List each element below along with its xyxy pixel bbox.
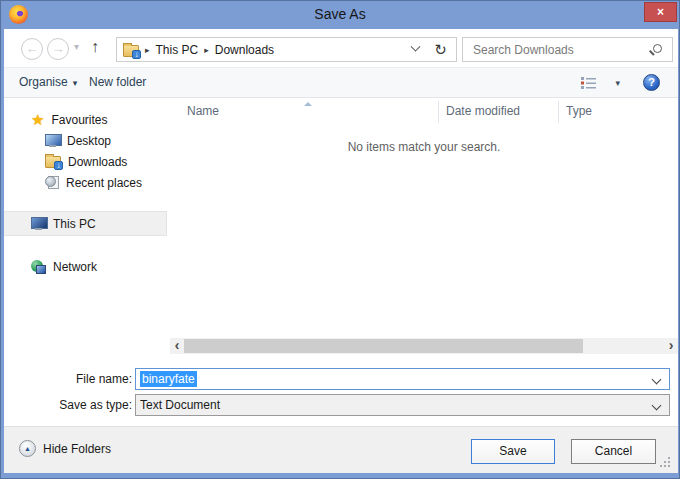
column-header-date-modified[interactable]: Date modified — [446, 104, 520, 118]
breadcrumb-item-downloads[interactable]: Downloads — [215, 43, 274, 57]
sidebar-label: Downloads — [68, 155, 127, 169]
column-divider[interactable] — [438, 101, 439, 123]
horizontal-scrollbar[interactable]: ‹ › — [170, 338, 678, 354]
sidebar-item-downloads[interactable]: ↓ Downloads — [4, 151, 170, 172]
refresh-button[interactable]: ↻ — [425, 37, 457, 62]
forward-button[interactable]: → — [47, 38, 69, 60]
close-button[interactable]: × — [644, 2, 677, 22]
list-header: Name Date modified Type — [170, 101, 678, 123]
download-arrow-icon: ↓ — [132, 50, 141, 59]
chevron-down-icon: ▾ — [615, 78, 620, 88]
resize-grip[interactable] — [660, 457, 670, 467]
search-box — [462, 37, 673, 62]
organise-label: Organise — [19, 75, 68, 89]
file-list: Name Date modified Type No items match y… — [170, 98, 678, 354]
file-fields: File name: binaryfate Save as type: Text… — [4, 354, 678, 426]
save-as-dialog: Save As × ← → ▾ ↑ ↓ ▸ This PC ▸ Download… — [0, 0, 680, 479]
footer-bar: ▲ Hide Folders Save Cancel — [4, 426, 678, 473]
sidebar-item-network[interactable]: Network — [4, 256, 170, 277]
sidebar-label: Desktop — [67, 134, 111, 148]
window-title: Save As — [1, 6, 679, 22]
dialog-content: ← → ▾ ↑ ↓ ▸ This PC ▸ Downloads ↻ Organi… — [4, 29, 678, 473]
hide-folders-label: Hide Folders — [43, 442, 111, 456]
list-view-icon — [581, 77, 596, 89]
new-folder-label: New folder — [89, 75, 146, 89]
back-icon: ← — [26, 41, 39, 56]
save-as-type-combobox[interactable]: Text Document — [135, 394, 670, 416]
breadcrumb[interactable]: ↓ ▸ This PC ▸ Downloads — [116, 37, 426, 62]
file-name-combobox[interactable]: binaryfate — [135, 368, 670, 390]
up-button[interactable]: ↑ — [91, 38, 99, 56]
navigation-bar: ← → ▾ ↑ ↓ ▸ This PC ▸ Downloads ↻ — [4, 29, 678, 67]
hide-folders-button[interactable]: ▲ Hide Folders — [19, 440, 111, 457]
breadcrumb-separator-icon: ▸ — [145, 45, 150, 55]
sidebar-item-favourites[interactable]: ★ Favourites — [4, 109, 170, 130]
sort-ascending-icon — [304, 102, 312, 106]
chevron-down-icon: ▾ — [73, 78, 78, 88]
breadcrumb-separator-icon: ▸ — [204, 45, 209, 55]
save-as-type-label: Save as type: — [4, 398, 132, 412]
chevron-down-icon: ▾ — [74, 41, 79, 52]
collapse-up-icon: ▲ — [19, 440, 36, 457]
save-as-type-value: Text Document — [140, 398, 220, 412]
sidebar-label: Recent places — [66, 176, 142, 190]
command-toolbar: Organise▾ New folder ▾ ? — [4, 67, 678, 98]
help-button[interactable]: ? — [643, 74, 660, 91]
sidebar-item-recent-places[interactable]: Recent places — [4, 172, 170, 193]
column-header-type[interactable]: Type — [566, 104, 592, 118]
desktop-icon — [45, 134, 60, 147]
empty-folder-message: No items match your search. — [170, 140, 678, 154]
address-dropdown-icon[interactable] — [411, 42, 421, 52]
scroll-left-icon[interactable]: ‹ — [170, 338, 184, 354]
sidebar-label: This PC — [53, 217, 96, 231]
save-button[interactable]: Save — [471, 439, 555, 464]
downloads-folder-icon: ↓ — [123, 45, 139, 57]
main-area: ★ Favourites Desktop ↓ Downloads Recent … — [4, 98, 678, 354]
organise-button[interactable]: Organise▾ — [19, 75, 77, 89]
view-dropdown-button[interactable]: ▾ — [615, 78, 620, 88]
sidebar-item-desktop[interactable]: Desktop — [4, 130, 170, 151]
sidebar-label: Favourites — [51, 113, 107, 127]
download-arrow-icon: ↓ — [54, 161, 63, 170]
recent-places-icon — [45, 176, 59, 189]
scrollbar-thumb[interactable] — [184, 339, 583, 353]
forward-icon: → — [52, 41, 65, 56]
column-divider[interactable] — [558, 101, 559, 123]
this-pc-icon — [31, 217, 46, 230]
recent-locations-dropdown[interactable]: ▾ — [74, 41, 79, 52]
file-name-label: File name: — [4, 372, 132, 386]
chevron-down-icon[interactable] — [652, 401, 662, 411]
new-folder-button[interactable]: New folder — [89, 75, 146, 89]
breadcrumb-item-this-pc[interactable]: This PC — [156, 43, 199, 57]
chevron-down-icon[interactable] — [652, 375, 662, 385]
search-icon — [653, 44, 662, 53]
star-icon: ★ — [31, 112, 44, 127]
sidebar-item-this-pc[interactable]: This PC — [4, 211, 167, 236]
cancel-button[interactable]: Cancel — [571, 439, 656, 464]
help-icon: ? — [648, 76, 655, 88]
sidebar-label: Network — [53, 260, 97, 274]
network-icon — [31, 260, 46, 274]
navigation-pane: ★ Favourites Desktop ↓ Downloads Recent … — [4, 98, 170, 354]
change-view-button[interactable] — [581, 77, 596, 89]
search-input[interactable] — [471, 40, 641, 59]
up-icon: ↑ — [91, 38, 99, 55]
downloads-folder-icon: ↓ — [45, 156, 61, 168]
scroll-right-icon[interactable]: › — [664, 338, 678, 354]
refresh-icon: ↻ — [434, 41, 447, 58]
file-name-value[interactable]: binaryfate — [140, 371, 197, 387]
column-header-name[interactable]: Name — [187, 104, 219, 118]
back-button[interactable]: ← — [21, 38, 43, 60]
close-icon: × — [657, 5, 664, 19]
title-bar: Save As × — [1, 1, 679, 29]
